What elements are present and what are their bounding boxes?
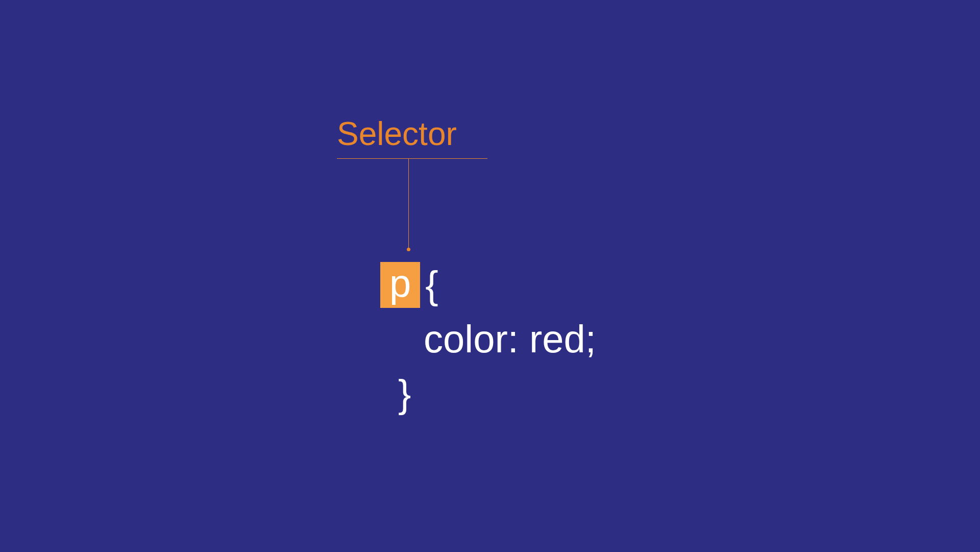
connector-dot [407,248,410,251]
selector-label: Selector [337,115,457,159]
selector-highlight: p [380,262,420,308]
connector-line [408,158,409,249]
label-underline [337,158,487,159]
css-code-block: p { color: red; } [380,258,596,421]
brace-open: { [425,258,438,312]
code-line-declaration: color: red; [424,312,596,366]
selector-label-container: Selector [337,115,457,159]
code-line-selector: p { [380,258,596,312]
brace-close: } [398,367,596,421]
